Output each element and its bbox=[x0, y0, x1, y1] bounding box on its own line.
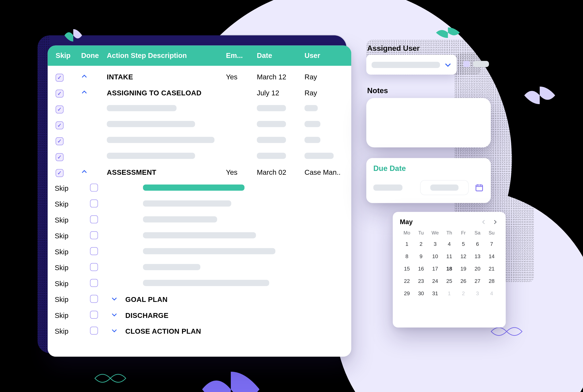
calendar-day[interactable]: 23 bbox=[414, 275, 428, 287]
notes-input[interactable] bbox=[366, 98, 491, 148]
calendar-day[interactable]: 13 bbox=[471, 250, 485, 262]
calendar-day[interactable]: 5 bbox=[456, 238, 471, 250]
due-date-label: Due Date bbox=[373, 164, 484, 173]
calendar-prev-button[interactable] bbox=[480, 218, 487, 225]
calendar-day[interactable]: 20 bbox=[471, 262, 485, 275]
calendar-day[interactable]: 30 bbox=[414, 287, 428, 300]
user-cell: Case Man.. bbox=[304, 169, 345, 176]
due-date-input[interactable] bbox=[420, 180, 469, 195]
calendar-day[interactable]: 15 bbox=[400, 262, 414, 275]
skip-label: Skip bbox=[55, 312, 90, 320]
calendar-day[interactable]: 16 bbox=[414, 262, 428, 275]
calendar-day[interactable]: 7 bbox=[485, 238, 499, 250]
calendar-day[interactable]: 2 bbox=[414, 238, 428, 250]
calendar-day[interactable]: 14 bbox=[485, 250, 499, 262]
leaf-icon bbox=[524, 86, 555, 104]
calendar-day[interactable]: 18 bbox=[442, 262, 456, 275]
due-date-card: Due Date bbox=[366, 158, 491, 203]
checkbox[interactable] bbox=[56, 137, 63, 145]
calendar-day[interactable]: 12 bbox=[456, 250, 471, 262]
calendar-day[interactable]: 2 bbox=[456, 287, 471, 300]
checkbox[interactable] bbox=[90, 295, 98, 303]
assigned-user-label: Assigned User bbox=[367, 44, 420, 53]
checkbox[interactable] bbox=[90, 216, 98, 223]
calendar-day[interactable]: 1 bbox=[400, 238, 414, 250]
calendar-day[interactable]: 19 bbox=[456, 262, 471, 275]
calendar-icon[interactable] bbox=[475, 183, 484, 192]
assigned-user-card bbox=[366, 55, 457, 74]
calendar-dow: Su bbox=[485, 230, 499, 235]
calendar-day[interactable]: 26 bbox=[456, 275, 471, 287]
calendar-day[interactable]: 25 bbox=[442, 275, 456, 287]
chevron-up-icon[interactable] bbox=[81, 169, 87, 175]
calendar-day[interactable]: 6 bbox=[471, 238, 485, 250]
checkbox[interactable] bbox=[56, 121, 63, 129]
calendar-day[interactable]: 1 bbox=[442, 287, 456, 300]
calendar-day[interactable]: 24 bbox=[428, 275, 442, 287]
checkbox[interactable] bbox=[90, 247, 98, 255]
calendar-day[interactable]: 22 bbox=[400, 275, 414, 287]
calendar-week: 1234567 bbox=[400, 238, 499, 250]
section-title: ASSESSMENT bbox=[107, 169, 226, 176]
checkbox[interactable] bbox=[56, 74, 63, 82]
checkbox[interactable] bbox=[56, 153, 63, 161]
checkbox[interactable] bbox=[90, 311, 98, 319]
placeholder-bar bbox=[107, 137, 215, 143]
calendar-day[interactable]: 3 bbox=[428, 238, 442, 250]
placeholder-bar bbox=[257, 153, 286, 159]
calendar-day[interactable]: 9 bbox=[414, 250, 428, 262]
em-cell: Yes bbox=[226, 73, 257, 81]
chevron-down-icon[interactable] bbox=[111, 328, 117, 334]
placeholder-bar bbox=[257, 137, 286, 143]
calendar-week: 2930311234 bbox=[400, 287, 499, 300]
action-plan-panel: Skip Done Action Step Description Em... … bbox=[47, 46, 351, 357]
col-em: Em... bbox=[226, 52, 257, 60]
user-cell: Ray bbox=[304, 73, 345, 81]
assigned-user-select[interactable] bbox=[366, 55, 457, 74]
chevron-up-icon[interactable] bbox=[81, 89, 87, 95]
checkbox[interactable] bbox=[90, 184, 98, 192]
chevron-down-icon[interactable] bbox=[111, 296, 117, 302]
chevron-down-icon[interactable] bbox=[111, 312, 117, 318]
calendar-day[interactable]: 27 bbox=[471, 275, 485, 287]
calendar-day[interactable]: 31 bbox=[428, 287, 442, 300]
placeholder-bar bbox=[107, 121, 195, 127]
checkbox[interactable] bbox=[56, 89, 63, 97]
calendar-day[interactable]: 28 bbox=[485, 275, 499, 287]
table-row: Skip bbox=[47, 196, 351, 212]
skip-label: Skip bbox=[55, 328, 90, 336]
calendar-day[interactable]: 3 bbox=[471, 287, 485, 300]
chevron-up-icon[interactable] bbox=[81, 73, 87, 80]
calendar-day[interactable]: 10 bbox=[428, 250, 442, 262]
checkbox[interactable] bbox=[90, 200, 98, 207]
date-cell: March 12 bbox=[257, 73, 304, 81]
placeholder-bar bbox=[107, 105, 176, 111]
placeholder-bar bbox=[143, 264, 200, 270]
calendar-day[interactable]: 4 bbox=[485, 287, 499, 300]
checkbox[interactable] bbox=[90, 279, 98, 287]
checkbox[interactable] bbox=[56, 169, 63, 177]
leaf-icon bbox=[64, 29, 82, 42]
calendar-day[interactable]: 11 bbox=[442, 250, 456, 262]
calendar-day[interactable]: 4 bbox=[442, 238, 456, 250]
skip-label: Skip bbox=[55, 248, 90, 256]
calendar-day[interactable]: 21 bbox=[485, 262, 499, 275]
placeholder-bar bbox=[143, 200, 231, 207]
section-title: DISCHARGE bbox=[125, 312, 345, 320]
calendar-day[interactable]: 8 bbox=[400, 250, 414, 262]
calendar-next-button[interactable] bbox=[492, 218, 499, 225]
checkbox[interactable] bbox=[90, 326, 98, 334]
leaf-outline-icon bbox=[94, 370, 126, 387]
checkbox[interactable] bbox=[90, 231, 98, 239]
calendar-day[interactable]: 29 bbox=[400, 287, 414, 300]
calendar-popover: May MoTuWeThFrSaSu 123456789101112131415… bbox=[393, 212, 506, 328]
table-row: ASSESSMENTYesMarch 02Case Man.. bbox=[47, 164, 351, 180]
checkbox[interactable] bbox=[90, 263, 98, 271]
col-user: User bbox=[304, 52, 345, 60]
col-desc: Action Step Description bbox=[107, 52, 226, 60]
checkbox[interactable] bbox=[56, 105, 63, 113]
calendar-month: May bbox=[400, 218, 413, 226]
section-title: INTAKE bbox=[107, 73, 226, 81]
calendar-day[interactable]: 17 bbox=[428, 262, 442, 275]
date-cell: March 02 bbox=[257, 169, 304, 176]
